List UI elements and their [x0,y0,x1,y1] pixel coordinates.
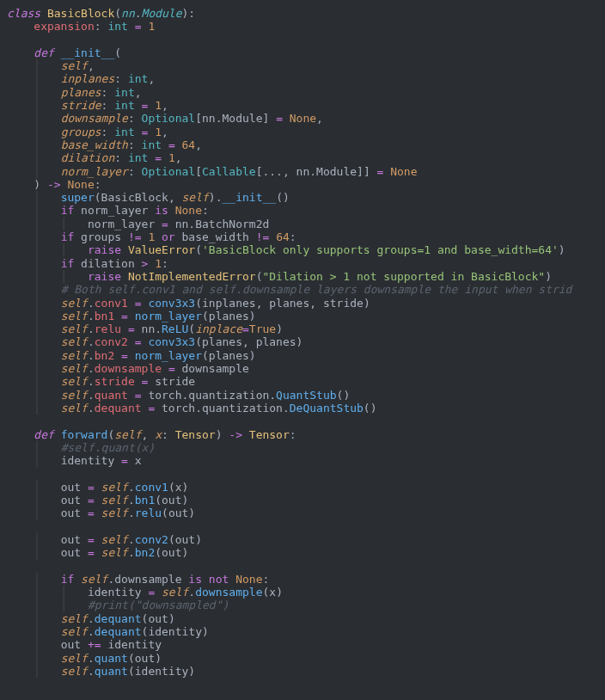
init-method: __init__ [61,46,115,59]
error-groups-string: 'BasicBlock only supports groups=1 and b… [202,243,559,256]
comment-quant: #self.quant(x) [61,441,156,454]
super-call: super [61,191,95,204]
error-dilation-string: "Dilation > 1 not supported in BasicBloc… [262,270,545,283]
type-int: int [107,20,127,33]
param-groups: groups [61,126,101,138]
valueerror: ValueError [128,243,195,256]
comment-downsample: # Both self.conv1 and self.downsample la… [61,283,572,296]
forward-method: forward [61,428,108,441]
keyword-def: def [34,46,53,59]
class-name: BasicBlock [47,7,114,20]
base-class: Module [142,7,182,20]
expansion-var: expansion [34,20,94,33]
param-inplanes: inplanes [61,72,115,85]
code-editor[interactable]: class BasicBlock(nn.Module): expansion: … [0,0,605,678]
param-planes: planes [61,86,101,99]
base-ns: nn [121,7,135,20]
param-x: x [155,428,162,441]
param-stride: stride [61,99,101,112]
notimplementederror: NotImplementedError [128,270,256,283]
param-self: self [61,59,88,72]
comment-print-downsampled: #print("downsampled") [88,599,229,611]
param-base-width: base_width [61,138,128,151]
param-downsample: downsample [61,112,128,125]
param-norm-layer: norm_layer [61,165,128,178]
param-dilation: dilation [61,151,115,164]
keyword-class: class [7,7,40,20]
